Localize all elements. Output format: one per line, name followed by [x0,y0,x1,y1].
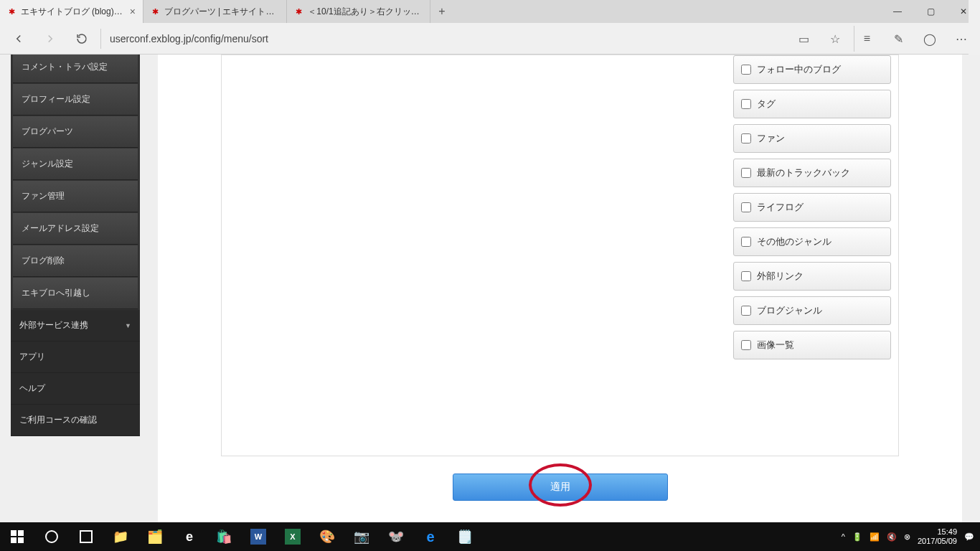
forward-button[interactable] [37,26,63,52]
sidebar-item[interactable]: ブログパーツ [13,116,138,148]
option-item[interactable]: タグ [733,90,891,118]
sidebar-item[interactable]: コメント・トラバ設定 [13,55,138,83]
taskbar-app-icon[interactable]: 🎨 [310,522,344,551]
minimize-button[interactable]: — [881,0,914,23]
taskbar-word-icon[interactable]: W [241,522,275,551]
taskbar-app-icon[interactable]: 📷 [344,522,379,551]
svg-rect-0 [11,530,17,536]
taskbar-app-icon[interactable]: 🐭 [379,522,413,551]
taskbar-excel-icon[interactable]: X [275,522,310,551]
option-item[interactable]: ブログジャンル [733,296,891,325]
ime-icon[interactable]: ⊗ [904,532,910,542]
refresh-button[interactable] [69,26,95,52]
option-checkbox[interactable] [741,306,751,316]
page-content: コメント・トラバ設定 プロフィール設定 ブログパーツ ジャンル設定 ファン管理 … [0,55,980,522]
sidebar-item[interactable]: ご利用コースの確認 [11,405,140,436]
new-tab-button[interactable]: + [430,5,453,18]
tab-label: ＜10/1追記あり＞右クリックを [308,6,423,18]
sidebar-section-header[interactable]: 外部サービス連携 ▼ [11,310,140,342]
sidebar-item[interactable]: ジャンル設定 [13,149,138,180]
sidebar-section-label: 外部サービス連携 [19,319,88,331]
tab-strip: ✱ エキサイトブログ (blog)|メニ × ✱ ブログパーツ | エキサイトブ… [0,0,980,23]
option-item[interactable]: ライフログ [733,193,891,222]
url-field[interactable]: userconf.exblog.jp/config/menu/sort [100,29,785,49]
window-controls: — ▢ ✕ [881,0,980,23]
sidebar-item[interactable]: エキブロへ引越し [13,278,138,309]
sidebar-item[interactable]: アプリ [11,342,140,373]
close-tab-icon[interactable]: × [130,6,136,17]
settings-sidebar: コメント・トラバ設定 プロフィール設定 ブログパーツ ジャンル設定 ファン管理 … [11,55,140,436]
option-checkbox[interactable] [741,99,751,109]
system-tray: ^ 🔋 📶 🔇 ⊗ 15:49 2017/05/09 💬 [836,527,980,546]
taskbar-app-icon[interactable]: 🛍️ [207,522,241,551]
tray-chevron-icon[interactable]: ^ [842,532,845,541]
main-area: フォロー中のブログ タグ ファン 最新のトラックバック ライフログ その他のジャ… [158,55,962,522]
taskbar-edge-icon[interactable]: e [172,522,207,551]
battery-icon[interactable]: 🔋 [852,532,862,542]
option-item[interactable]: 画像一覧 [733,331,891,359]
volume-icon[interactable]: 🔇 [887,532,897,542]
apply-button[interactable]: 適用 [453,474,668,501]
browser-tab-1[interactable]: ✱ ブログパーツ | エキサイトブログ [143,0,287,23]
favicon-icon: ✱ [294,6,303,17]
sidebar-label: ブログ削除 [22,255,65,267]
taskbar-app-icon[interactable]: 🗒️ [448,522,482,551]
hub-icon[interactable]: ≡ [854,26,880,52]
taskbar-app-icon[interactable]: 📁 [103,522,138,551]
windows-taskbar: 📁 🗂️ e 🛍️ W X 🎨 📷 🐭 e 🗒️ ^ 🔋 📶 🔇 ⊗ 15:49… [0,522,980,551]
svg-rect-2 [11,537,17,543]
option-item[interactable]: ファン [733,124,891,153]
favorite-icon[interactable]: ☆ [822,26,848,52]
option-checkbox[interactable] [741,237,751,247]
browser-tab-0[interactable]: ✱ エキサイトブログ (blog)|メニ × [0,0,143,23]
option-label: 外部リンク [757,270,804,283]
tab-label: ブログパーツ | エキサイトブログ [164,6,279,18]
action-center-icon[interactable]: 💬 [964,532,974,542]
taskbar-clock[interactable]: 15:49 2017/05/09 [918,527,957,546]
sidebar-label: ご利用コースの確認 [19,414,97,426]
option-item[interactable]: その他のジャンル [733,227,891,256]
note-icon[interactable]: ✎ [885,26,911,52]
option-checkbox[interactable] [741,65,751,75]
sidebar-item[interactable]: ヘルプ [11,373,140,405]
option-checkbox[interactable] [741,202,751,212]
task-view-button[interactable] [69,522,103,551]
maximize-button[interactable]: ▢ [914,0,947,23]
taskbar-ie-icon[interactable]: e [413,522,448,551]
reading-view-icon[interactable]: ▭ [791,26,816,52]
start-button[interactable] [0,522,34,551]
option-item[interactable]: 最新のトラックバック [733,159,891,187]
sidebar-item[interactable]: ブログ削除 [13,245,138,277]
favicon-icon: ✱ [7,6,17,17]
sidebar-label: ファン管理 [22,190,65,202]
tab-label: エキサイトブログ (blog)|メニ [21,6,123,18]
sidebar-item[interactable]: プロフィール設定 [13,84,138,116]
option-label: 画像一覧 [757,339,794,352]
option-label: ファン [757,133,785,145]
sidebar-label: ヘルプ [19,382,45,395]
option-item[interactable]: 外部リンク [733,262,891,291]
wifi-icon[interactable]: 📶 [870,532,880,542]
option-checkbox[interactable] [741,168,751,178]
taskbar-app-icon[interactable]: 🗂️ [138,522,172,551]
sidebar-label: ジャンル設定 [22,158,73,170]
favicon-icon: ✱ [151,6,160,17]
back-button[interactable] [6,26,32,52]
sidebar-label: コメント・トラバ設定 [22,61,108,73]
browser-chrome: ✱ エキサイトブログ (blog)|メニ × ✱ ブログパーツ | エキサイトブ… [0,0,980,55]
option-label: ブログジャンル [757,305,822,317]
option-checkbox[interactable] [741,133,751,143]
option-checkbox[interactable] [741,340,751,350]
sidebar-item[interactable]: メールアドレス設定 [13,213,138,245]
option-item[interactable]: フォロー中のブログ [733,55,891,84]
option-label: その他のジャンル [757,236,831,248]
share-icon[interactable]: ◯ [917,26,943,52]
option-label: ライフログ [757,202,804,214]
option-checkbox[interactable] [741,271,751,281]
sidebar-item[interactable]: ファン管理 [13,181,138,212]
sidebar-label: ブログパーツ [22,126,73,138]
svg-rect-1 [18,530,24,536]
browser-tab-2[interactable]: ✱ ＜10/1追記あり＞右クリックを [287,0,430,23]
clock-date: 2017/05/09 [918,537,957,546]
cortana-button[interactable] [34,522,69,551]
